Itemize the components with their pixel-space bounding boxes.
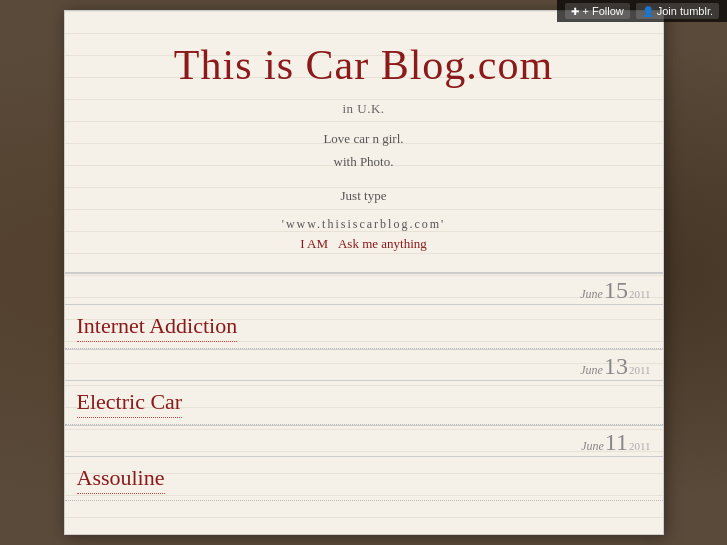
date-day-1: 15 <box>604 278 628 302</box>
person-icon: 👤 <box>642 6 654 17</box>
post-entry-1: Internet Addiction <box>65 305 663 349</box>
plus-icon: ✚ <box>571 6 579 17</box>
join-button[interactable]: 👤 Join tumblr. <box>636 3 719 19</box>
date-bar-2: June 13 2011 <box>65 349 663 381</box>
follow-label: + Follow <box>582 5 623 17</box>
ask-link[interactable]: Ask me anything <box>338 236 427 252</box>
date-bar-1: June 15 2011 <box>65 273 663 305</box>
just-type: Just type <box>85 184 643 207</box>
blog-url: 'www.thisiscarblog.com' <box>85 217 643 232</box>
date-month-1: June <box>580 287 603 302</box>
post-entry-3: Assouline <box>65 457 663 501</box>
posts-section: June 15 2011 Internet Addiction June 13 … <box>65 273 663 501</box>
date-bar-3: June 11 2011 <box>65 425 663 457</box>
subtitle: in U.K. <box>85 101 643 117</box>
post-entry-2: Electric Car <box>65 381 663 425</box>
page-wrapper: This is Car Blog.com in U.K. Love car n … <box>64 10 664 535</box>
blog-header: This is Car Blog.com in U.K. Love car n … <box>65 11 663 273</box>
date-year-2: 2011 <box>629 364 651 376</box>
date-year-1: 2011 <box>629 288 651 300</box>
date-month-2: June <box>580 363 603 378</box>
iam-link[interactable]: I AM <box>300 236 328 252</box>
description: Love car n girl. with Photo. <box>85 127 643 174</box>
tumblr-bar: ✚ + Follow 👤 Join tumblr. <box>557 0 727 22</box>
description-line1: Love car n girl. <box>323 131 403 146</box>
follow-button[interactable]: ✚ + Follow <box>565 3 629 19</box>
join-label: Join tumblr. <box>657 5 713 17</box>
date-month-3: June <box>581 439 604 454</box>
post-title-2[interactable]: Electric Car <box>77 389 183 418</box>
date-day-3: 11 <box>605 430 628 454</box>
header-links: I AM Ask me anything <box>85 236 643 252</box>
site-title: This is Car Blog.com <box>85 41 643 89</box>
post-title-1[interactable]: Internet Addiction <box>77 313 238 342</box>
date-year-3: 2011 <box>629 440 651 452</box>
post-title-3[interactable]: Assouline <box>77 465 165 494</box>
description-line2: with Photo. <box>334 154 394 169</box>
date-day-2: 13 <box>604 354 628 378</box>
